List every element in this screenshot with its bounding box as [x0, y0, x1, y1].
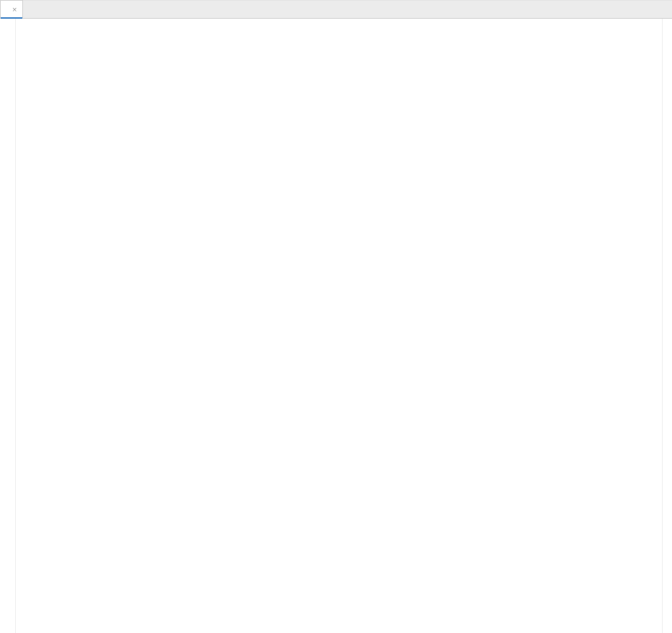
tab-bar-empty	[23, 0, 672, 18]
fold-column	[16, 19, 26, 633]
tab-bar: ×	[0, 0, 672, 19]
gutter	[0, 19, 16, 633]
code-area[interactable]	[26, 19, 662, 633]
error-stripe[interactable]	[662, 19, 672, 633]
close-icon[interactable]: ×	[12, 5, 17, 14]
tab-userrole[interactable]: ×	[0, 0, 23, 18]
editor-area	[0, 19, 672, 633]
